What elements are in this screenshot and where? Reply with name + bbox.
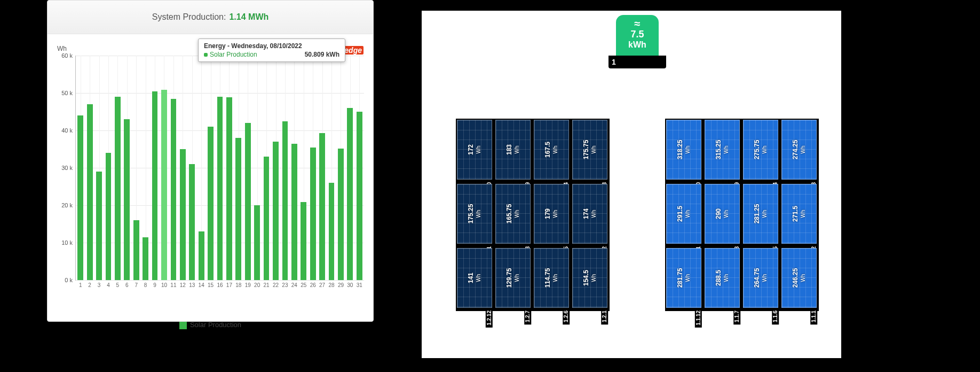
panel-id-label: 1.1.7 xyxy=(733,308,740,324)
bar-day-6[interactable] xyxy=(124,119,130,280)
solar-panel[interactable]: 129.75Wh1.2.7 xyxy=(495,248,531,308)
bar-day-25[interactable] xyxy=(301,202,306,280)
chart-legend: Solar Production xyxy=(48,321,373,329)
bar-day-12[interactable] xyxy=(180,149,186,280)
bar-day-23[interactable] xyxy=(282,121,288,281)
x-tick: 13 xyxy=(189,282,195,288)
bar-day-10[interactable] xyxy=(161,90,167,280)
solar-panel[interactable]: 172Wh1.2.10 xyxy=(457,120,492,180)
bar-day-13[interactable] xyxy=(189,164,195,280)
solar-panel[interactable]: 154.5Wh1.2.1 xyxy=(572,248,607,308)
y-axis-unit: Wh xyxy=(57,45,67,52)
x-tick: 27 xyxy=(319,282,325,288)
bar-day-20[interactable] xyxy=(254,205,260,280)
bar-day-11[interactable] xyxy=(171,99,177,281)
x-tick: 1 xyxy=(79,282,82,288)
bar-day-9[interactable] xyxy=(152,91,158,281)
bar-day-18[interactable] xyxy=(235,138,241,280)
x-tick: 20 xyxy=(254,282,260,288)
panel-energy-value: 141Wh xyxy=(467,273,482,283)
solar-panel[interactable]: 275.75Wh1.1.4 xyxy=(743,120,778,180)
card-header: System Production: 1.14 MWh xyxy=(48,1,373,34)
solar-panel[interactable]: 264.75Wh1.1.6 xyxy=(743,248,778,308)
chart-tooltip: Energy - Wednesday, 08/10/2022 Solar Pro… xyxy=(198,38,345,62)
x-tick: 10 xyxy=(161,282,167,288)
solar-panel[interactable]: 174Wh1.2.2 xyxy=(572,184,607,244)
solar-panel[interactable]: 183Wh1.2.9 xyxy=(495,120,531,180)
bar-plot-area[interactable]: 0 k10 k20 k30 k40 k50 k60 k1234567891011… xyxy=(75,56,364,281)
solar-panel[interactable]: 290Wh1.1.8 xyxy=(705,184,740,244)
bar-day-21[interactable] xyxy=(264,157,270,280)
bar-day-2[interactable] xyxy=(87,104,93,280)
bar-day-31[interactable] xyxy=(357,112,362,280)
panel-energy-value: 175.75Wh xyxy=(582,140,597,160)
inverter-badge[interactable]: ≈ 7.5 kWh 1 xyxy=(608,15,666,68)
y-tick: 60 k xyxy=(61,52,73,59)
panel-energy-value: 275.75Wh xyxy=(753,140,768,160)
solar-panel[interactable]: 291.5Wh1.1.11 xyxy=(666,184,701,244)
y-tick: 30 k xyxy=(61,165,73,171)
bar-day-8[interactable] xyxy=(143,237,148,281)
solar-panel[interactable]: 175.25Wh1.2.11 xyxy=(457,184,492,244)
bar-day-5[interactable] xyxy=(115,97,121,280)
bar-day-28[interactable] xyxy=(329,183,335,280)
x-tick: 8 xyxy=(144,282,147,288)
solar-panel[interactable]: 114.75Wh1.2.6 xyxy=(534,248,569,308)
bar-day-4[interactable] xyxy=(106,153,112,280)
solar-panel[interactable]: 315.25Wh1.1.9 xyxy=(705,120,740,180)
inverter-wave-icon: ≈ xyxy=(616,15,659,29)
bar-day-1[interactable] xyxy=(77,115,83,280)
solar-panel[interactable]: 281.75Wh1.1.12 xyxy=(666,248,701,308)
brand-part-b: edge xyxy=(343,46,363,55)
solar-panel[interactable]: 179Wh1.2.5 xyxy=(534,184,569,244)
x-tick: 12 xyxy=(180,282,186,288)
legend-swatch xyxy=(179,322,187,329)
y-tick: 50 k xyxy=(61,90,73,96)
bar-day-29[interactable] xyxy=(338,149,344,280)
solar-panel[interactable]: 165.75Wh1.2.8 xyxy=(495,184,531,244)
solar-panel[interactable]: 141Wh1.2.12 xyxy=(457,248,492,308)
solar-panel[interactable]: 167.5Wh1.2.4 xyxy=(534,120,569,180)
panel-id-label: 1.2.6 xyxy=(563,308,570,324)
x-tick: 18 xyxy=(235,282,241,288)
x-tick: 29 xyxy=(338,282,344,288)
panel-energy-value: 174Wh xyxy=(582,208,597,219)
tooltip-series: Solar Production xyxy=(204,51,257,58)
bar-day-7[interactable] xyxy=(133,220,139,280)
panel-id-label: 1.1.12 xyxy=(695,308,702,328)
panel-energy-value: 114.75Wh xyxy=(544,268,559,288)
panel-energy-value: 318.25Wh xyxy=(676,140,691,160)
panel-array-left: 172Wh1.2.10183Wh1.2.9167.5Wh1.2.4175.75W… xyxy=(456,119,610,311)
solar-panel[interactable]: 281.25Wh1.1.5 xyxy=(743,184,778,244)
inverter-body: ≈ 7.5 kWh xyxy=(616,15,659,56)
solar-panel[interactable]: 274.25Wh1.1.3 xyxy=(781,120,817,180)
bar-day-3[interactable] xyxy=(96,172,102,280)
panel-energy-value: 274.25Wh xyxy=(792,140,807,160)
bar-day-24[interactable] xyxy=(291,144,297,281)
solar-panel[interactable]: 271.5Wh1.1.2 xyxy=(781,184,817,244)
x-tick: 21 xyxy=(264,282,270,288)
panel-energy-value: 264.75Wh xyxy=(753,268,768,288)
panel-id-label: 1.2.1 xyxy=(601,308,608,324)
chart-body: Wh solaredge 0 k10 k20 k30 k40 k50 k60 k… xyxy=(48,34,373,312)
solar-panel[interactable]: 288.5Wh1.1.7 xyxy=(705,248,740,308)
inverter-id-label: 1 xyxy=(608,56,666,68)
x-tick: 4 xyxy=(107,282,110,288)
bar-day-17[interactable] xyxy=(226,97,232,280)
bar-day-16[interactable] xyxy=(217,97,223,280)
solar-panel[interactable]: 246.25Wh1.1.1 xyxy=(781,248,817,308)
bar-day-19[interactable] xyxy=(245,123,251,280)
x-tick: 24 xyxy=(291,282,297,288)
bar-day-27[interactable] xyxy=(319,133,325,280)
solar-panel[interactable]: 175.75Wh1.2.3 xyxy=(572,120,607,180)
bar-day-22[interactable] xyxy=(273,142,279,280)
panel-energy-value: 175.25Wh xyxy=(467,204,482,224)
bar-day-26[interactable] xyxy=(310,148,316,281)
x-tick: 3 xyxy=(98,282,101,288)
bar-day-14[interactable] xyxy=(199,231,204,280)
bar-day-30[interactable] xyxy=(347,108,353,280)
x-tick: 23 xyxy=(282,282,288,288)
panel-energy-value: 179Wh xyxy=(544,208,559,219)
solar-panel[interactable]: 318.25Wh1.1.10 xyxy=(666,120,701,180)
bar-day-15[interactable] xyxy=(208,127,214,280)
